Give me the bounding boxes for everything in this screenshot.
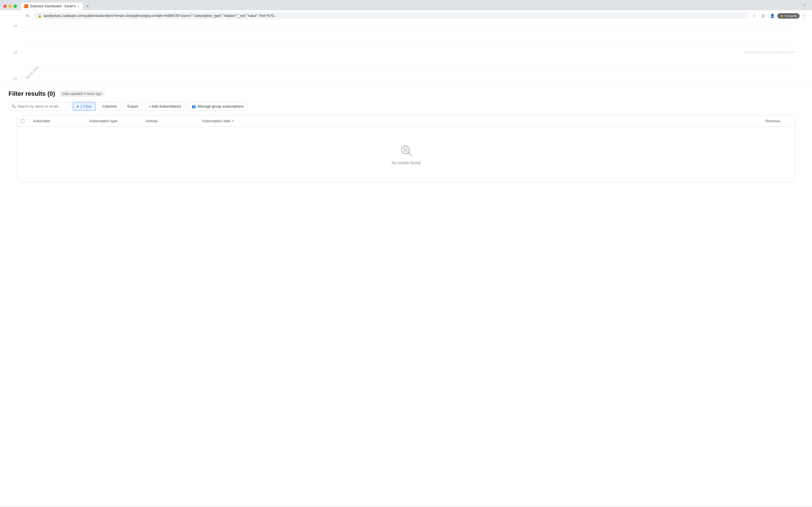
tab-close-button[interactable]: × xyxy=(77,4,79,8)
y-label-top: 14 xyxy=(8,24,17,27)
empty-state: No results found xyxy=(17,127,795,182)
active-tab[interactable]: Substack Dashboard - Sarah's × xyxy=(21,3,83,10)
address-bar[interactable]: 🔒 sarahjonas1.substack.com/publish/subsc… xyxy=(34,12,748,19)
nav-bar: ← → ↻ 🔒 sarahjonas1.substack.com/publish… xyxy=(0,10,812,21)
chart-y-axis: 14 14 13 xyxy=(8,21,17,83)
subscription-type-col-label: Subscription type xyxy=(89,119,117,123)
window-controls xyxy=(3,4,17,8)
address-text: sarahjonas1.substack.com/publish/subscri… xyxy=(43,14,277,18)
forward-button[interactable]: → xyxy=(13,12,21,20)
incognito-label: Incognito xyxy=(784,14,797,17)
tab-search-button[interactable]: ⊡ xyxy=(759,12,767,20)
toolbar: 🔍 1 Filter Columns Export + Add Subscrib… xyxy=(8,102,804,111)
nav-actions: ☆ ⊡ 👤 🕵 Incognito ⋮ xyxy=(750,12,809,20)
tab-favicon xyxy=(24,4,28,8)
filter-button[interactable]: 1 Filter xyxy=(73,102,96,111)
search-icon: 🔍 xyxy=(11,104,16,108)
bookmark-star-icon[interactable]: ☆ xyxy=(750,12,758,20)
lock-icon: 🔒 xyxy=(38,14,42,18)
activity-col-label: Activity xyxy=(146,119,157,123)
new-tab-button[interactable]: + xyxy=(84,2,92,10)
col-header-subscriber: Subscriber xyxy=(29,115,85,126)
back-button[interactable]: ← xyxy=(3,12,11,20)
col-header-subscription-date[interactable]: Subscription date ▼ xyxy=(198,115,761,126)
col-header-revenue: Revenue xyxy=(761,115,795,126)
chart-gridline-bottom xyxy=(20,66,798,67)
data-updated-badge: Data updated 5 hours ago xyxy=(59,91,105,97)
columns-label: Columns xyxy=(102,104,117,108)
col-header-subscription-type: Subscription type xyxy=(85,115,141,126)
subscribers-table: Subscriber Subscription type Activity Su… xyxy=(17,115,795,182)
select-all-checkbox-wrapper[interactable] xyxy=(17,115,29,126)
select-all-checkbox[interactable] xyxy=(21,119,25,123)
no-results-text: No results found xyxy=(392,161,420,165)
chart-watermark: SARAHJONAS1.SUBSTACK.COM xyxy=(744,51,795,54)
search-wrapper: 🔍 xyxy=(8,102,70,111)
col-header-activity: Activity xyxy=(141,115,198,126)
y-label-mid: 14 xyxy=(8,51,17,54)
chart-x-label: Apr 04, 2023 xyxy=(26,66,39,79)
subscriber-col-label: Subscriber xyxy=(33,119,50,123)
profile-button[interactable]: 👤 xyxy=(768,12,776,20)
chart-area: 14 14 13 SARAHJONAS1.SUBSTACK.COM Apr 04… xyxy=(0,21,812,83)
tab-title: Substack Dashboard - Sarah's xyxy=(30,4,75,8)
browser-chrome: Substack Dashboard - Sarah's × + ⌃ ← → ↻… xyxy=(0,0,812,21)
menu-button[interactable]: ⋮ xyxy=(801,12,809,20)
page-content: 14 14 13 SARAHJONAS1.SUBSTACK.COM Apr 04… xyxy=(0,21,812,506)
maximize-window-dot[interactable] xyxy=(13,4,17,8)
table-wrapper: Subscriber Subscription type Activity Su… xyxy=(0,115,812,191)
filter-header: Filter results (0) Data updated 5 hours … xyxy=(8,90,804,98)
export-label: Export xyxy=(128,104,138,108)
no-results-icon xyxy=(399,144,413,157)
sort-desc-icon: ▼ xyxy=(232,119,234,122)
manage-subscriptions-label: Manage group subscriptions xyxy=(198,104,244,108)
columns-button[interactable]: Columns xyxy=(98,102,121,111)
y-label-bottom: 13 xyxy=(8,77,17,80)
incognito-badge: 🕵 Incognito xyxy=(777,13,800,18)
incognito-icon: 🕵 xyxy=(779,14,783,18)
manage-group-icon: 👥 xyxy=(192,105,196,108)
add-subscriber-label: + Add Subscriber(s) xyxy=(149,104,181,108)
filter-title: Filter results (0) xyxy=(8,90,55,98)
add-subscriber-button[interactable]: + Add Subscriber(s) xyxy=(145,102,186,111)
search-input[interactable] xyxy=(8,102,70,111)
manage-subscriptions-button[interactable]: 👥 Manage group subscriptions xyxy=(188,102,248,111)
subscription-date-col-label: Subscription date xyxy=(202,119,231,123)
svg-line-1 xyxy=(408,153,411,156)
reload-button[interactable]: ↻ xyxy=(24,12,32,20)
filter-active-dot xyxy=(77,106,79,107)
filter-section: Filter results (0) Data updated 5 hours … xyxy=(0,83,812,111)
filter-label: 1 Filter xyxy=(80,104,92,108)
revenue-col-label: Revenue xyxy=(765,119,780,123)
close-window-dot[interactable] xyxy=(3,4,7,8)
export-button[interactable]: Export xyxy=(123,102,142,111)
minimize-window-dot[interactable] xyxy=(8,4,12,8)
table-header: Subscriber Subscription type Activity Su… xyxy=(17,115,795,127)
tab-bar: Substack Dashboard - Sarah's × + ⌃ xyxy=(0,0,812,10)
expand-button[interactable]: ⌃ xyxy=(803,4,806,8)
chart-gridline-mid xyxy=(20,47,798,47)
